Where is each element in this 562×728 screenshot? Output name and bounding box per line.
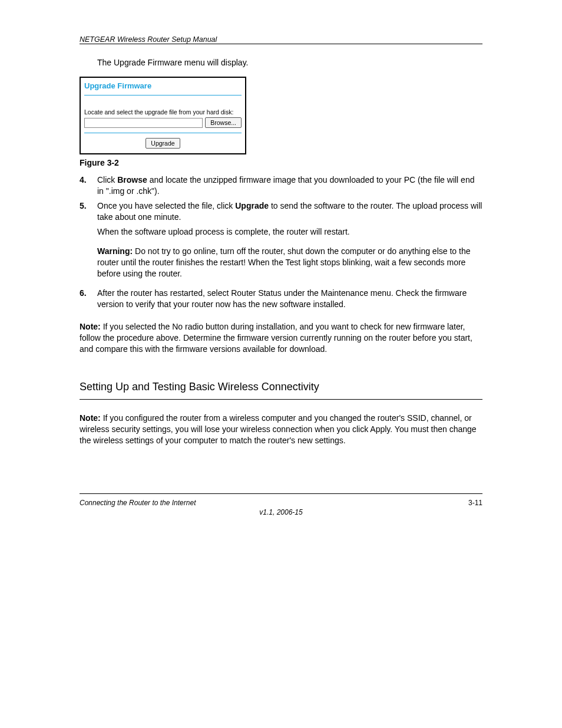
upgrade-button[interactable]: Upgrade	[146, 138, 180, 149]
warning-label: Warning:	[97, 246, 133, 256]
step-4: 4. Click Browse and locate the unzipped …	[80, 174, 482, 197]
footer-version: v1.1, 2006-15	[80, 508, 482, 516]
header-rule	[80, 44, 482, 44]
upgrade-file-input[interactable]	[84, 118, 203, 128]
step-5: 5. Once you have selected the file, clic…	[80, 200, 482, 223]
warning-text: Do not try to go online, turn off the ro…	[97, 246, 470, 278]
note2-text: If you configured the router from a wire…	[80, 413, 477, 445]
note-label: Note:	[80, 322, 103, 331]
step-6: 6. After the router has restarted, selec…	[80, 288, 482, 310]
panel-title: Upgrade Firmware	[84, 81, 242, 95]
footer-page-number: 3-11	[468, 499, 482, 507]
step4-text-b: and locate the unzipped firmware image t…	[97, 175, 474, 196]
step5-upgrade-word: Upgrade	[235, 201, 271, 210]
divider-bottom	[84, 133, 242, 133]
browse-button[interactable]: Browse...	[205, 117, 242, 128]
after-upload-text: When the software upload process is comp…	[97, 226, 482, 238]
page-header-left: NETGEAR Wireless Router Setup Manual	[80, 35, 482, 44]
page-footer: Connecting the Router to the Internet 3-…	[80, 493, 482, 507]
figure-caption: Figure 3-2	[80, 158, 482, 167]
step5-text-a: Once you have selected the file, click	[97, 201, 235, 210]
note-block-1: Note: If you selected the No radio butto…	[80, 321, 482, 355]
note-text: If you selected the No radio button duri…	[80, 322, 472, 354]
step-number: 5.	[80, 200, 97, 223]
warning-block: Warning: Do not try to go online, turn o…	[97, 246, 482, 279]
firmware-upgrade-panel: Upgrade Firmware Locate and select the u…	[80, 77, 246, 155]
step4-browse-word: Browse	[117, 175, 147, 185]
section-title-wireless: Setting Up and Testing Basic Wireless Co…	[80, 363, 482, 393]
footer-left: Connecting the Router to the Internet	[80, 499, 196, 507]
divider-top	[84, 95, 242, 95]
section-rule	[80, 399, 482, 400]
step6-text: After the router has restarted, select R…	[97, 288, 482, 310]
note2-label: Note:	[80, 413, 103, 423]
note-block-2: Note: If you configured the router from …	[80, 413, 482, 446]
intro-text: The Upgrade Firmware menu will display.	[97, 57, 482, 68]
upgrade-instruction: Locate and select the upgrade file from …	[84, 108, 242, 116]
step4-text-a: Click	[97, 175, 117, 185]
step-number: 4.	[80, 174, 97, 197]
step-number: 6.	[80, 288, 97, 310]
